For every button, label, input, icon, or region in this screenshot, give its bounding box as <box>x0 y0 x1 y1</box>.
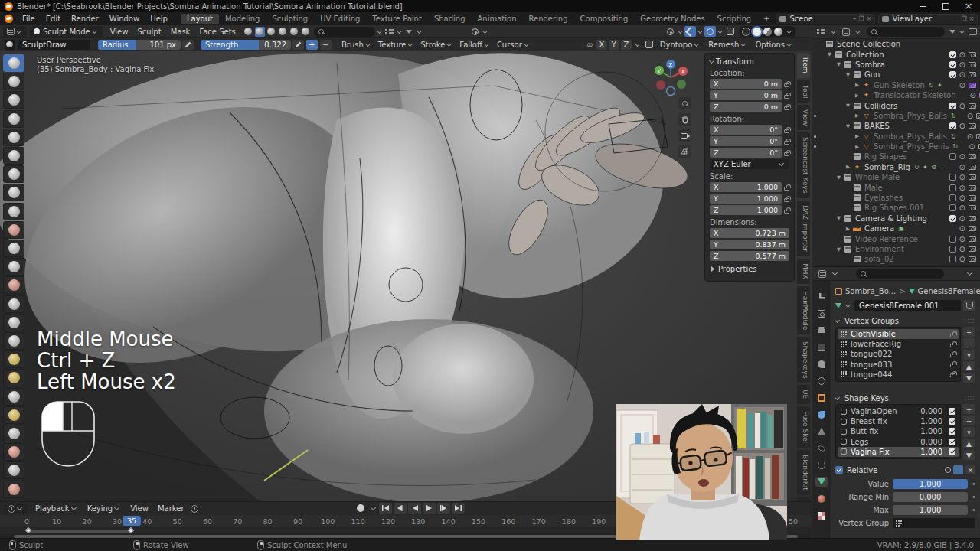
sculpt-toggle-icon[interactable] <box>266 27 276 37</box>
vertex-group-row[interactable]: tongue033 <box>838 360 959 370</box>
n-panel-tab[interactable]: Item <box>797 53 810 78</box>
viewport-menu-item[interactable]: Mask <box>166 28 195 36</box>
disable-in-render-toggle[interactable] <box>976 134 980 139</box>
vertex-groups-panel-header[interactable]: Vertex Groups:::: <box>835 315 975 327</box>
mirror-axis-toggle[interactable]: Z <box>621 40 632 50</box>
lock-icon[interactable] <box>784 210 789 214</box>
auto-keying-button[interactable] <box>357 504 364 512</box>
n-panel-tab[interactable]: View <box>797 105 810 130</box>
outliner-row[interactable]: Sombra_Phys_Balls ↻ <box>812 111 980 121</box>
lock-icon[interactable] <box>784 106 789 110</box>
lock-icon[interactable] <box>784 129 789 133</box>
datablock-name-field[interactable]: Genesis8Female.001 <box>854 300 961 311</box>
transform-orientation-button[interactable] <box>665 26 676 37</box>
list-button[interactable]: ▲ <box>963 361 975 371</box>
outliner-row[interactable]: Rig Shapes <box>812 152 980 161</box>
outliner-row[interactable]: Video Reference <box>812 233 980 243</box>
disable-in-render-toggle[interactable] <box>969 72 976 77</box>
dimension-field[interactable]: Z0.577 m <box>710 251 789 261</box>
editor-type-button[interactable] <box>3 26 27 37</box>
shape-key-row[interactable]: Legs 0.000 <box>838 437 959 447</box>
search-dropdown-icon[interactable] <box>377 28 382 33</box>
dimension-field[interactable]: X0.723 m <box>710 228 789 238</box>
sculpt-brush-button[interactable] <box>3 406 24 424</box>
outliner-row[interactable]: Eyelashes <box>812 193 980 203</box>
new-collection-button[interactable] <box>969 28 977 35</box>
exclude-checkbox[interactable] <box>949 204 956 211</box>
wireframe-shading-button[interactable] <box>742 28 750 36</box>
sculpt-brush-button[interactable] <box>3 73 24 90</box>
outliner-row[interactable]: sofa_02 <box>812 254 980 264</box>
workspace-tab[interactable]: Modeling <box>219 14 266 24</box>
properties-tab-particles[interactable] <box>815 426 828 436</box>
exclude-checkbox[interactable] <box>949 215 956 222</box>
n-panel-tab[interactable]: MHX <box>797 259 810 284</box>
disable-in-render-toggle[interactable] <box>969 256 976 262</box>
properties-tab-material[interactable] <box>815 494 828 504</box>
dimension-field[interactable]: Y0.837 m <box>710 240 789 249</box>
remesh-dropdown[interactable]: Remesh <box>705 41 750 49</box>
brush-panel-dropdown[interactable]: Falloff <box>456 41 494 49</box>
workspace-tab[interactable]: Geometry Nodes <box>634 14 710 24</box>
sculpt-brush-button[interactable] <box>3 203 24 220</box>
header-search-input[interactable] <box>314 27 375 37</box>
lock-icon[interactable] <box>784 95 789 99</box>
shape-key-mute-checkbox[interactable] <box>949 418 956 425</box>
options-dropdown[interactable]: Options <box>752 41 796 49</box>
hide-in-viewport-toggle[interactable] <box>959 152 965 161</box>
workspace-tab[interactable]: Compositing <box>574 14 635 24</box>
workspace-tab[interactable]: Layout <box>181 14 219 24</box>
hide-in-viewport-toggle[interactable] <box>959 184 965 192</box>
expand-arrow-icon[interactable] <box>828 51 835 57</box>
sculpt-brush-button[interactable] <box>3 221 24 239</box>
radius-pressure-button[interactable] <box>182 40 194 50</box>
display-mode-button[interactable] <box>840 27 851 37</box>
outliner-row[interactable]: Camera ▣ <box>812 223 980 233</box>
properties-tab-object-data[interactable] <box>815 477 828 487</box>
expand-arrow-icon[interactable] <box>837 246 844 253</box>
properties-panel-header[interactable]: Properties <box>710 265 789 273</box>
expand-arrow-icon[interactable] <box>855 93 862 99</box>
hide-in-viewport-toggle[interactable] <box>959 163 965 171</box>
sort-icon[interactable] <box>384 26 395 37</box>
list-button[interactable]: ▼ <box>963 450 975 460</box>
hide-in-viewport-toggle[interactable] <box>969 142 975 151</box>
workspace-tab[interactable]: Texture Paint <box>366 14 428 24</box>
pivot-point-button[interactable] <box>469 26 481 37</box>
outliner-row[interactable]: Sombra <box>812 60 980 70</box>
rotation-field[interactable]: X0° <box>710 125 789 135</box>
scale-field[interactable]: Y1.000 <box>710 194 789 204</box>
properties-tab-physics[interactable] <box>815 443 828 453</box>
disable-in-render-toggle[interactable] <box>969 174 976 180</box>
menu-item[interactable]: Edit <box>41 15 66 23</box>
menu-item[interactable]: File <box>17 15 41 23</box>
brush-preview-icon[interactable] <box>5 40 15 50</box>
camera-view-icon[interactable] <box>678 129 691 142</box>
properties-editor-type-button[interactable] <box>816 269 828 279</box>
hide-in-viewport-toggle[interactable] <box>967 132 973 141</box>
expand-arrow-icon[interactable] <box>846 103 853 109</box>
shape-key-value[interactable]: 1.000 <box>912 417 946 425</box>
expand-arrow-icon[interactable] <box>846 164 853 170</box>
disable-in-render-toggle[interactable] <box>969 185 976 191</box>
outliner-row[interactable]: Gun <box>812 70 980 80</box>
hide-in-viewport-toggle[interactable] <box>959 255 965 263</box>
outliner-filter-icon[interactable] <box>949 30 956 34</box>
workspace-tab[interactable]: Animation <box>472 14 523 24</box>
sculpt-toggle-icon[interactable] <box>278 27 288 37</box>
properties-tab-object[interactable] <box>815 393 828 403</box>
strength-slider[interactable]: Strength 0.322 <box>201 40 291 50</box>
mode-dropdown[interactable]: Sculpt Mode <box>30 26 103 37</box>
marker-menu[interactable]: Marker <box>153 504 189 513</box>
lock-icon[interactable] <box>950 373 956 377</box>
workspace-tab[interactable]: Scripting <box>711 14 757 24</box>
location-field[interactable]: Y0 m <box>710 90 789 100</box>
hide-in-viewport-toggle[interactable] <box>959 173 965 181</box>
workspace-tab[interactable]: Rendering <box>522 14 573 24</box>
outliner-row[interactable]: Rig Shapes.001 <box>812 203 980 213</box>
shape-key-value[interactable]: 0.000 <box>912 438 946 446</box>
next-keyframe-button[interactable] <box>437 503 450 514</box>
brush-panel-dropdown[interactable]: Stroke <box>417 41 456 49</box>
list-button[interactable]: ▲ <box>963 439 975 448</box>
hide-in-viewport-toggle[interactable] <box>959 70 965 79</box>
